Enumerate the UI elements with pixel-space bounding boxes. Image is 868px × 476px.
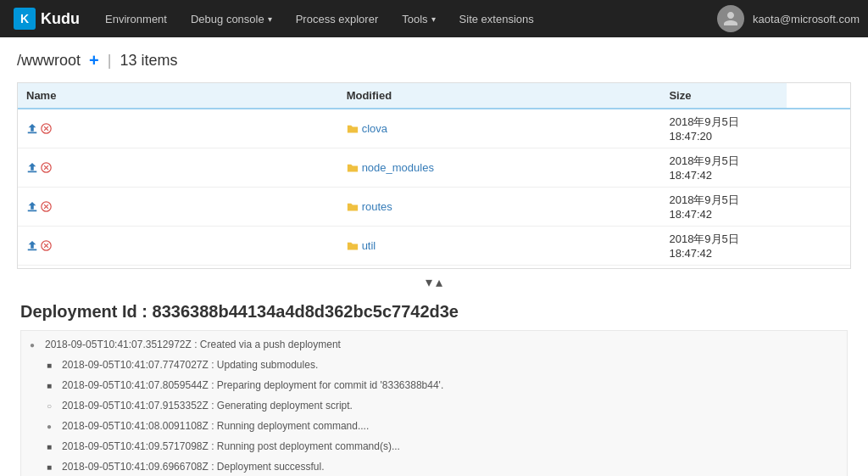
k-logo-icon: K [14, 8, 36, 30]
action-icons [26, 240, 86, 252]
table-row: util2018年9月5日 18:47:42 [18, 227, 850, 266]
avatar-icon [722, 10, 739, 27]
tools-caret: ▾ [431, 14, 436, 24]
log-entry: ●2018-09-05T10:41:07.3512972Z : Created … [21, 334, 847, 355]
file-modified: 2018年9月5日 18:47:42 [660, 227, 787, 266]
log-entry: ○2018-09-05T10:41:07.9153352Z : Generati… [21, 395, 847, 416]
file-name-link[interactable]: clova [347, 122, 387, 135]
brand-logo[interactable]: K Kudu [8, 8, 93, 30]
file-name-link[interactable]: node_modules [347, 161, 434, 174]
file-table-body: clova2018年9月5日 18:47:20node_modules2018年… [18, 109, 850, 269]
log-bullet-icon: ■ [47, 379, 57, 392]
debug-console-caret: ▾ [268, 14, 272, 24]
toggle-arrows[interactable]: ▾ ▴ [17, 269, 851, 295]
delete-icon[interactable] [41, 162, 52, 173]
folder-icon [347, 161, 362, 174]
deployment-section: Deployment Id : 8336388b44134a4d8d362bc5… [17, 302, 851, 476]
table-row: routes2018年9月5日 18:47:42 [18, 188, 850, 227]
folder-icon [347, 200, 362, 213]
upload-icon[interactable] [26, 162, 38, 174]
file-name-text: clova [362, 122, 387, 135]
file-name-link[interactable]: util [347, 239, 376, 252]
nav-tools[interactable]: Tools ▾ [390, 0, 447, 37]
delete-icon[interactable] [41, 201, 52, 212]
add-file-button[interactable]: + [89, 51, 99, 70]
action-icons [26, 162, 86, 174]
file-table-header: Name Modified Size [18, 83, 850, 109]
deployment-id: Deployment Id : 8336388b44134a4d8d362bc5… [20, 302, 848, 322]
file-modified: 2018年9月5日 18:47:42 [660, 188, 787, 227]
file-modified: 2018年9月5日 18:47:42 [660, 148, 787, 188]
deployment-log: ●2018-09-05T10:41:07.3512972Z : Created … [20, 330, 848, 476]
log-text: 2018-09-05T10:41:07.3512972Z : Created v… [45, 337, 341, 352]
log-entry: ■2018-09-05T10:41:07.8059544Z : Preparin… [21, 375, 847, 395]
action-icons [26, 201, 86, 213]
file-size [787, 227, 850, 266]
action-icons [26, 123, 86, 135]
log-text: 2018-09-05T10:41:07.7747027Z : Updating … [62, 357, 318, 372]
user-avatar [717, 5, 744, 32]
file-modified: 2018年9月5日 18:47:20 [660, 109, 787, 148]
folder-icon [347, 122, 362, 135]
path-header: /wwwroot + | 13 items [17, 51, 851, 70]
file-name-text: node_modules [362, 161, 434, 174]
log-text: 2018-09-05T10:41:09.5717098Z : Running p… [62, 439, 400, 454]
nav-site-extensions[interactable]: Site extensions [448, 0, 546, 37]
file-name-link[interactable]: routes [347, 200, 392, 213]
upload-icon[interactable] [26, 123, 38, 135]
nav-process-explorer[interactable]: Process explorer [284, 0, 391, 37]
col-header-name: Name [18, 83, 338, 109]
file-size [787, 148, 850, 188]
log-text: 2018-09-05T10:41:09.6966708Z : Deploymen… [62, 459, 325, 474]
navbar: K Kudu Environment Debug console ▾ Proce… [0, 0, 868, 37]
log-bullet-icon: ■ [47, 440, 57, 453]
log-entry: ■2018-09-05T10:41:09.5717098Z : Running … [21, 436, 847, 456]
upload-icon[interactable] [26, 240, 38, 252]
delete-icon[interactable] [41, 240, 52, 251]
log-text: 2018-09-05T10:41:07.8059544Z : Preparing… [62, 378, 443, 393]
nav-debug-console[interactable]: Debug console ▾ [179, 0, 284, 37]
current-path: /wwwroot [17, 52, 81, 70]
down-arrow-icon[interactable]: ▾ [426, 275, 432, 289]
path-divider: | [108, 52, 112, 70]
table-row: clova2018年9月5日 18:47:20 [18, 109, 850, 148]
folder-icon [347, 239, 362, 252]
log-text: 2018-09-05T10:41:07.9153352Z : Generatin… [62, 398, 353, 413]
up-arrow-icon[interactable]: ▴ [436, 275, 442, 289]
table-row: node_modules2018年9月5日 18:47:42 [18, 148, 850, 188]
col-header-size: Size [660, 83, 787, 109]
file-table-wrapper[interactable]: Name Modified Size clova2018年9月5日 18:47:… [17, 82, 851, 269]
log-bullet-icon: ■ [47, 461, 57, 473]
log-bullet-icon: ○ [47, 400, 57, 412]
nav-environment[interactable]: Environment [93, 0, 179, 37]
log-text: 2018-09-05T10:41:08.0091108Z : Running d… [62, 418, 369, 434]
log-entry: ■2018-09-05T10:41:09.6966708Z : Deployme… [21, 456, 847, 476]
main-content: /wwwroot + | 13 items Name Modified Size… [0, 37, 868, 476]
file-size [787, 109, 850, 148]
file-size [787, 188, 850, 227]
brand-name: Kudu [41, 10, 80, 28]
log-entry: ●2018-09-05T10:41:08.0091108Z : Running … [21, 416, 847, 436]
log-bullet-icon: ● [47, 420, 57, 433]
log-entry: ■2018-09-05T10:41:07.7747027Z : Updating… [21, 355, 847, 375]
log-bullet-icon: ● [30, 339, 40, 351]
file-table: Name Modified Size clova2018年9月5日 18:47:… [18, 83, 850, 269]
delete-icon[interactable] [41, 123, 52, 134]
file-name-text: util [362, 239, 376, 252]
log-bullet-icon: ■ [47, 359, 57, 372]
file-name-text: routes [362, 200, 392, 213]
user-email: kaota@microsoft.com [753, 13, 860, 25]
item-count: 13 items [120, 52, 177, 70]
upload-icon[interactable] [26, 201, 38, 213]
navbar-right: kaota@microsoft.com [717, 5, 860, 32]
col-header-modified: Modified [338, 83, 661, 109]
